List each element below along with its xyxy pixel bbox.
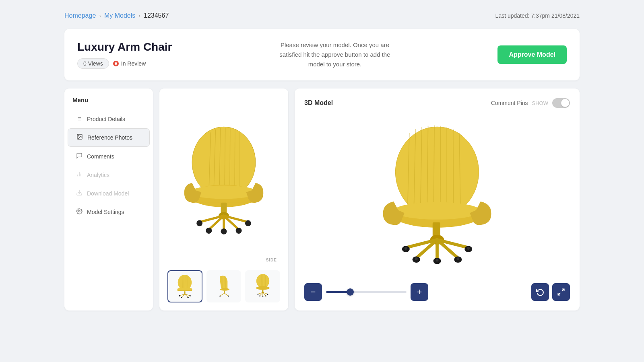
svg-point-45 <box>181 296 182 298</box>
svg-point-6 <box>78 210 80 212</box>
svg-point-101 <box>405 247 407 250</box>
zoom-control: − + <box>304 283 428 301</box>
sidebar-item-model-settings[interactable]: Model Settings <box>68 203 150 221</box>
svg-point-25 <box>196 220 202 226</box>
menu-title: Menu <box>64 97 153 110</box>
thumbnail-2[interactable] <box>206 270 242 302</box>
svg-point-73 <box>259 295 260 296</box>
expand-button[interactable] <box>552 283 570 301</box>
svg-line-54 <box>224 293 228 296</box>
status-badge: In Review <box>113 60 146 67</box>
chevron-icon-1: › <box>99 12 101 19</box>
svg-point-46 <box>188 296 189 298</box>
thumbnail-3[interactable] <box>245 270 280 302</box>
svg-rect-52 <box>224 290 225 293</box>
svg-point-103 <box>415 257 418 260</box>
svg-point-104 <box>456 257 459 260</box>
sidebar-item-reference-photos[interactable]: Reference Photos <box>68 128 150 147</box>
svg-line-13 <box>235 130 235 193</box>
svg-line-82 <box>440 126 441 214</box>
sidebar-menu: Menu ≡ Product Details Reference Photos <box>64 88 153 311</box>
rotate-button[interactable] <box>531 283 549 301</box>
3d-model-panel: 3D Model Comment Pins SHOW <box>295 88 580 311</box>
photo-side-label: SIDE <box>266 258 277 262</box>
comment-pins-control: Comment Pins SHOW <box>491 98 570 108</box>
reference-photos-panel: SIDE <box>159 88 288 311</box>
breadcrumb-id: 1234567 <box>144 12 169 19</box>
approve-model-button[interactable]: Approve Model <box>497 45 567 64</box>
views-badge: 0 Views <box>77 58 109 69</box>
review-message: Please review your model. Once you are s… <box>270 40 399 69</box>
svg-point-27 <box>206 228 212 234</box>
show-label: SHOW <box>532 100 548 106</box>
header-card: Luxury Arm Chair 0 Views In Review Pleas… <box>64 29 580 80</box>
svg-point-56 <box>228 295 229 296</box>
breadcrumb-homepage[interactable]: Homepage <box>64 12 96 19</box>
svg-rect-38 <box>184 291 186 294</box>
zoom-in-button[interactable]: + <box>411 283 428 301</box>
svg-point-75 <box>262 296 263 297</box>
svg-point-29 <box>221 228 227 234</box>
comment-icon <box>76 152 83 160</box>
status-dot-icon <box>113 61 119 66</box>
3d-model-title: 3D Model <box>304 99 333 107</box>
sidebar-label-product-details: Product Details <box>87 116 125 122</box>
image-icon <box>76 134 83 142</box>
viewer-controls: − + <box>304 283 570 301</box>
svg-line-53 <box>220 293 225 296</box>
svg-point-26 <box>245 220 251 226</box>
svg-line-84 <box>453 129 454 212</box>
thumbnail-row <box>167 270 280 302</box>
sidebar-item-download-model: Download Model <box>68 185 150 202</box>
comment-pins-label: Comment Pins <box>491 100 528 106</box>
svg-point-28 <box>236 228 242 234</box>
analytics-icon <box>76 171 83 179</box>
sidebar-label-comments: Comments <box>87 153 114 160</box>
sidebar-label-reference-photos: Reference Photos <box>87 134 132 141</box>
product-title: Luxury Arm Chair <box>77 41 172 53</box>
sidebar-item-analytics: Analytics <box>68 166 150 184</box>
main-content: Menu ≡ Product Details Reference Photos <box>64 88 580 311</box>
svg-point-88 <box>394 202 481 220</box>
chevron-icon-2: › <box>138 12 140 19</box>
thumbnail-1[interactable] <box>167 270 202 302</box>
list-icon: ≡ <box>76 115 83 123</box>
zoom-out-button[interactable]: − <box>304 283 322 301</box>
sidebar-item-comments[interactable]: Comments <box>68 148 150 165</box>
settings-icon <box>76 208 83 216</box>
zoom-slider[interactable] <box>326 291 407 293</box>
sidebar-label-download-model: Download Model <box>87 190 129 197</box>
3d-model-view <box>304 116 570 277</box>
3d-chair-render <box>365 120 510 273</box>
last-updated-text: Last updated: 7:37pm 21/08/2021 <box>495 12 580 19</box>
comment-pins-toggle[interactable] <box>552 98 570 108</box>
svg-point-44 <box>190 295 191 296</box>
main-chair-image <box>171 121 276 241</box>
svg-point-74 <box>265 295 266 296</box>
svg-point-63 <box>256 286 269 290</box>
svg-point-71 <box>257 294 258 295</box>
3d-model-header: 3D Model Comment Pins SHOW <box>304 98 570 108</box>
download-icon <box>76 189 83 197</box>
svg-point-105 <box>436 259 439 261</box>
svg-point-72 <box>267 294 268 295</box>
sidebar-label-model-settings: Model Settings <box>87 209 124 215</box>
svg-point-37 <box>178 287 192 290</box>
svg-point-51 <box>220 288 229 291</box>
sidebar-label-analytics: Analytics <box>87 172 109 178</box>
svg-point-102 <box>467 247 470 250</box>
breadcrumb: Homepage › My Models › 1234567 Last upda… <box>64 12 580 19</box>
svg-point-43 <box>179 295 180 296</box>
svg-point-55 <box>219 295 221 296</box>
svg-point-1 <box>78 136 79 136</box>
svg-line-12 <box>230 128 230 194</box>
sidebar-item-product-details[interactable]: ≡ Product Details <box>68 111 150 128</box>
breadcrumb-mymodels[interactable]: My Models <box>104 12 135 19</box>
main-photo-area: SIDE <box>167 97 280 265</box>
action-buttons <box>531 283 570 301</box>
